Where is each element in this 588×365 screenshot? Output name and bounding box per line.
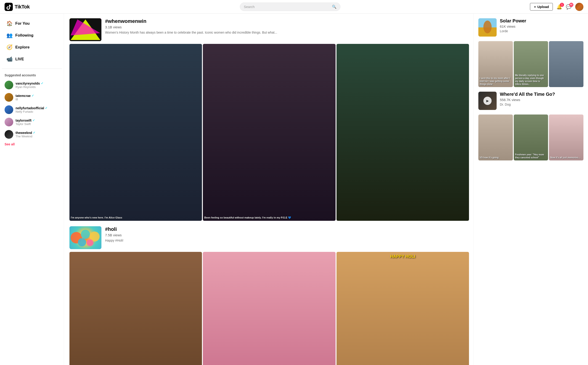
right-video-thumb-sp-3[interactable] (549, 41, 583, 87)
video-thumb-ww-1[interactable]: I'm anyone who's new here. I'm Alice Gla… (69, 44, 202, 221)
svg-point-8 (87, 239, 93, 246)
search-input[interactable] (244, 5, 332, 9)
sidebar-item-following[interactable]: 👥 Following (2, 30, 62, 41)
main-layout: 🏠 For You 👥 Following 🧭 Explore 📹 LIVE S… (0, 14, 588, 365)
account-info-vancityreynolds: vancityreynolds ✓ Ryan Reynolds (15, 82, 43, 89)
account-item-nellyfurtado[interactable]: nellyfurtadoofficial ✓ Nelly Furtado (0, 104, 64, 116)
account-item-taylorswift[interactable]: taylorswift ✓ Taylor Swift (0, 116, 64, 128)
trend-thumbnail-whenwomenwin[interactable] (69, 18, 101, 41)
music-card-wheredalltimego: ▶ Where'd All the Time Go? 558.7K views … (478, 92, 583, 110)
music-title-solar-power: Solar Power (500, 18, 583, 24)
account-info-taylorswift: taylorswift ✓ Taylor Swift (15, 119, 35, 126)
sidebar-item-live[interactable]: 📹 LIVE (2, 54, 62, 65)
right-video-thumb-sp-1[interactable]: I sent this to my mom after I told her I… (478, 41, 513, 87)
holi-video-text-3: HAPPY HOLI (390, 254, 415, 259)
video-overlay-ww-2: Been feeling so beautiful without makeup… (204, 216, 334, 219)
verified-icon-theweeknd: ✓ (33, 131, 35, 134)
search-bar: 🔍 (240, 2, 340, 11)
account-display-vancityreynolds: Ryan Reynolds (15, 85, 43, 89)
see-all-button[interactable]: See all (0, 140, 64, 148)
right-video-overlay-wg-1: VS how it's going (480, 156, 512, 159)
video-thumb-holi-1[interactable] (69, 252, 202, 365)
message-badge: 65 (569, 3, 573, 7)
upload-label: Upload (537, 5, 549, 9)
video-thumb-ww-2[interactable]: Been feeling so beautiful without makeup… (203, 44, 335, 221)
search-container: 🔍 (50, 2, 530, 11)
svg-point-5 (81, 230, 90, 239)
messages-button[interactable]: 💬 65 (566, 4, 572, 10)
trend-info-holi: #holi 7.5B views Happy #Holi! (105, 226, 469, 249)
trend-info-whenwomenwin: #whenwomenwin 3.1B views Women's History… (105, 18, 469, 41)
account-item-theweeknd[interactable]: theweeknd ✓ The Weeknd (0, 128, 64, 140)
sidebar-item-for-you[interactable]: 🏠 For You (2, 18, 62, 29)
user-avatar[interactable] (575, 3, 583, 11)
app-header: TikTok 🔍 + Upload 🔔 1 💬 65 (0, 0, 588, 14)
right-video-overlay-wg-3: Now it's all just memories... (550, 156, 582, 159)
nav-label-following: Following (15, 33, 33, 38)
account-display-tatemcrae: t8 (15, 98, 34, 101)
account-item-tatemcrae[interactable]: tatemcrae ✓ t8 (0, 91, 64, 104)
right-video-overlay-wg-2: Freshmen year: "Hey mom they canceled sc… (515, 153, 547, 159)
trend-title-holi[interactable]: #holi (105, 226, 469, 232)
account-avatar-taylorswift (5, 118, 13, 126)
video-grid-solar-power: I sent this to my mom after I told her I… (478, 41, 583, 87)
live-icon: 📹 (7, 56, 13, 62)
verified-icon-nellyfurtado: ✓ (45, 106, 48, 110)
search-icon[interactable]: 🔍 (332, 5, 337, 9)
video-thumb-holi-2[interactable]: Falooda Tres Leches (203, 252, 335, 365)
right-video-thumb-sp-2[interactable]: Me literally replying to one person a da… (514, 41, 548, 87)
right-video-thumb-wg-2[interactable]: Freshmen year: "Hey mom they canceled sc… (514, 114, 548, 161)
suggested-accounts-title: Suggested accounts (0, 72, 64, 79)
account-display-taylorswift: Taylor Swift (15, 122, 35, 126)
account-info-nellyfurtado: nellyfurtadoofficial ✓ Nelly Furtado (15, 106, 48, 113)
music-title-wheredalltimego: Where'd All the Time Go? (500, 92, 583, 97)
play-icon-wheredalltimego[interactable]: ▶ (483, 97, 491, 105)
trend-views-whenwomenwin: 3.1B views (105, 25, 469, 29)
upload-button[interactable]: + Upload (530, 3, 553, 11)
account-avatar-theweeknd (5, 130, 13, 139)
svg-point-11 (483, 21, 491, 33)
home-icon: 🏠 (7, 21, 13, 27)
account-avatar-vancityreynolds (5, 81, 13, 89)
verified-icon-vancityreynolds: ✓ (41, 82, 43, 85)
trend-title-whenwomenwin[interactable]: #whenwomenwin (105, 18, 469, 24)
verified-icon-tatemcrae: ✓ (32, 94, 34, 97)
trend-views-holi: 7.5B views (105, 233, 469, 237)
account-info-tatemcrae: tatemcrae ✓ t8 (15, 94, 34, 101)
right-panel: Solar Power 61K views Lorde I sent this … (474, 14, 588, 365)
music-thumbnail-solar-power[interactable] (478, 18, 497, 36)
notification-button[interactable]: 🔔 1 (556, 4, 562, 10)
video-grid-wheredalltimego: VS how it's going Freshmen year: "Hey mo… (478, 114, 583, 161)
header-actions: + Upload 🔔 1 💬 65 (530, 3, 583, 11)
account-username-taylorswift: taylorswift ✓ (15, 119, 35, 122)
account-item-vancityreynolds[interactable]: vancityreynolds ✓ Ryan Reynolds (0, 79, 64, 91)
music-info-wheredalltimego: Where'd All the Time Go? 558.7K views Dr… (500, 92, 583, 106)
trend-header-whenwomenwin: #whenwomenwin 3.1B views Women's History… (69, 18, 469, 41)
svg-point-7 (78, 238, 86, 246)
following-icon: 👥 (7, 32, 13, 38)
music-thumbnail-wheredalltimego[interactable]: ▶ (478, 92, 497, 110)
account-display-nellyfurtado: Nelly Furtado (15, 110, 48, 113)
music-card-solar-power: Solar Power 61K views Lorde (478, 18, 583, 36)
video-thumb-ww-3[interactable] (337, 44, 469, 221)
account-avatar-nellyfurtado (5, 105, 13, 114)
logo-area: TikTok (5, 3, 50, 11)
trend-thumbnail-holi[interactable] (69, 226, 101, 249)
right-video-thumb-wg-3[interactable]: Now it's all just memories... (549, 114, 583, 161)
avatar-image (575, 3, 583, 11)
music-artist-wheredalltimego: Dr. Dog (500, 103, 583, 106)
tiktok-logo-icon (5, 3, 13, 11)
sidebar-item-explore[interactable]: 🧭 Explore (2, 42, 62, 53)
right-video-overlay-sp-2: Me literally replying to one person a da… (515, 74, 547, 86)
trend-header-holi: #holi 7.5B views Happy #Holi! (69, 226, 469, 249)
trend-section-whenwomenwin: #whenwomenwin 3.1B views Women's History… (69, 18, 469, 221)
logo-text: TikTok (15, 4, 30, 10)
content-area: #whenwomenwin 3.1B views Women's History… (64, 14, 588, 365)
right-video-thumb-wg-1[interactable]: VS how it's going (478, 114, 513, 161)
nav-label-live: LIVE (15, 57, 24, 62)
trend-desc-holi: Happy #Holi! (105, 238, 469, 243)
music-views-wheredalltimego: 558.7K views (500, 98, 583, 102)
nav-label-explore: Explore (15, 45, 29, 49)
video-thumb-holi-3[interactable]: HAPPY HOLI (337, 252, 469, 365)
account-info-theweeknd: theweeknd ✓ The Weeknd (15, 131, 35, 138)
